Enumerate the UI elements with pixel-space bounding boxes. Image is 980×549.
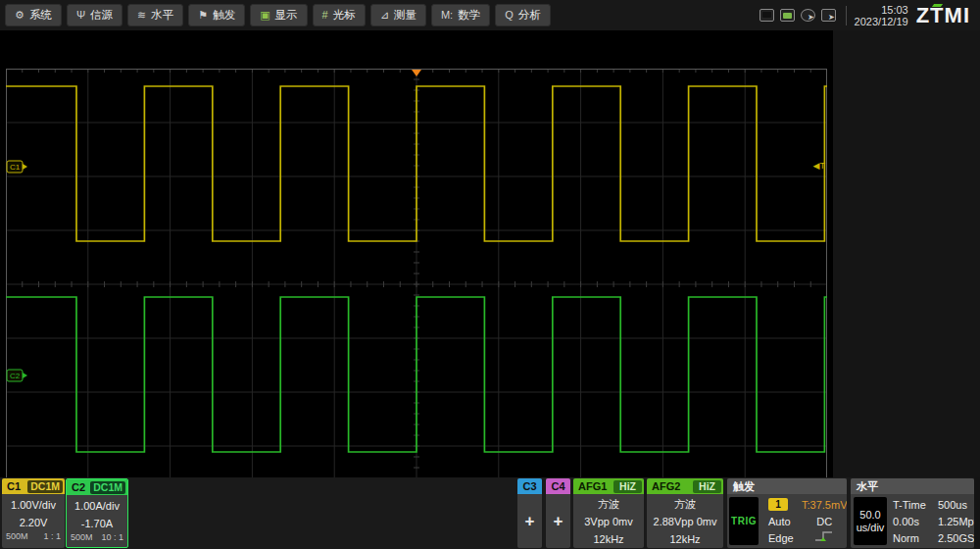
trigger-status-box: TRIG xyxy=(729,497,759,545)
sample-rate: 2.50GSa/s xyxy=(936,532,974,544)
channel2-scale: 1.00A/div xyxy=(67,497,127,515)
acquisition-mode[interactable]: Norm xyxy=(889,532,934,544)
c1-offset-marker[interactable]: C1 xyxy=(7,161,27,173)
trigger-position-marker[interactable] xyxy=(412,70,421,76)
channel2-probe: 10 : 1 xyxy=(101,532,123,542)
afg1-waveform-type: 方波 xyxy=(573,495,644,513)
channel1-header: C1 DC1M xyxy=(2,478,65,494)
c2-trace xyxy=(6,297,827,452)
channel2-values: 1.00A/div -1.70A xyxy=(67,495,127,532)
touch-icon[interactable]: ➤ xyxy=(821,9,836,22)
channel3-name: C3 xyxy=(522,480,536,492)
edge-rising-icon xyxy=(813,528,835,543)
source-icon: Ψ xyxy=(76,10,85,21)
afg1-header: AFG1 HiZ xyxy=(573,478,644,494)
marker-arrow-icon xyxy=(23,164,27,170)
horizontal-panel-title: 水平 xyxy=(851,478,974,494)
c2-offset-marker[interactable]: C2 xyxy=(7,370,27,381)
bottom-right-strip xyxy=(974,477,980,549)
afg2-name: AFG2 xyxy=(647,480,693,492)
trigger-status: TRIG xyxy=(731,516,757,526)
trigger-edge-cell[interactable] xyxy=(802,528,847,547)
trigger-button[interactable]: ⚑ 触发 xyxy=(188,4,245,26)
bottom-bar: C1 DC1M 1.00V/div 2.20V 500M 1 : 1 C2 DC… xyxy=(0,477,980,549)
trigger-type[interactable]: Edge xyxy=(760,532,800,544)
trigger-mode[interactable]: Auto xyxy=(760,516,800,527)
afg1-offset: 0mv xyxy=(612,516,633,527)
source-button[interactable]: Ψ 信源 xyxy=(67,4,122,26)
oscilloscope-app: ⚙ 系统 Ψ 信源 ≋ 水平 ⚑ 触发 ▣ 显示 # 光标 ⊿ 测量 M: 数学 xyxy=(0,0,980,549)
afg2-offset: 0mv xyxy=(697,516,717,527)
horizontal-scale-box[interactable]: 50.0 us/div xyxy=(854,497,887,545)
scope-display[interactable]: C1C2◀T xyxy=(6,69,827,500)
clock: 15:03 2023/12/19 xyxy=(855,4,908,27)
display-button[interactable]: ▣ 显示 xyxy=(250,4,307,26)
math-button[interactable]: M: 数学 xyxy=(431,4,490,26)
afg1-panel[interactable]: AFG1 HiZ 方波 3Vpp 0mv 12kHz xyxy=(573,478,644,548)
marker-arrow-icon xyxy=(23,373,27,378)
channel2-offset: -1.70A xyxy=(67,515,127,532)
horizontal-icon: ≋ xyxy=(137,10,146,21)
scope-region: C1C2◀T xyxy=(0,30,980,477)
math-icon: M: xyxy=(441,10,453,21)
cursor-button-label: 光标 xyxy=(333,8,356,23)
analyze-button-label: 分析 xyxy=(518,8,541,23)
trigger-level-marker[interactable]: ◀T xyxy=(813,161,826,171)
afg2-header: AFG2 HiZ xyxy=(647,478,723,494)
trigger-info: TRIG 1 T:37.5mV Auto DC Edge xyxy=(727,494,847,546)
cursor-button[interactable]: # 光标 xyxy=(313,4,366,26)
analyze-button[interactable]: Q 分析 xyxy=(495,4,551,26)
afg2-panel[interactable]: AFG2 HiZ 方波 2.88Vpp 0mv 12kHz xyxy=(647,478,723,548)
channel1-bandwidth: 500M xyxy=(6,531,28,541)
channel1-probe: 1 : 1 xyxy=(43,531,61,541)
channel4-panel[interactable]: C4 + xyxy=(546,478,570,548)
trigger-coupling[interactable]: DC xyxy=(802,516,847,527)
afg2-amplitude-offset: 2.88Vpp 0mv xyxy=(647,513,723,530)
channel4-add-button[interactable]: + xyxy=(546,494,570,548)
c1-trace xyxy=(6,86,827,241)
clock-date: 2023/12/19 xyxy=(855,16,908,27)
afg1-impedance-badge: HiZ xyxy=(613,480,642,493)
delay-value[interactable]: 0.00s xyxy=(889,516,934,527)
channel2-footer: 500M 10 : 1 xyxy=(67,532,127,542)
afg2-amplitude: 2.88Vpp xyxy=(654,516,694,527)
measure-button-label: 测量 xyxy=(394,8,416,23)
channel3-add-button[interactable]: + xyxy=(517,494,542,548)
channel1-name: C1 xyxy=(2,480,27,492)
screen-icon[interactable] xyxy=(760,9,774,22)
system-button[interactable]: ⚙ 系统 xyxy=(5,4,62,26)
channel4-name: C4 xyxy=(551,480,564,492)
system-button-label: 系统 xyxy=(29,8,52,23)
plus-icon: + xyxy=(554,512,564,531)
display-icon: ▣ xyxy=(260,10,270,21)
usb-storage-icon[interactable] xyxy=(780,9,795,22)
channel3-header: C3 xyxy=(517,478,542,494)
mouse-icon[interactable]: ➤ xyxy=(801,9,815,22)
channel2-bandwidth: 500M xyxy=(71,532,93,542)
horizontal-panel[interactable]: 水平 50.0 us/div T-Time 500us 0.00s 1.25Mp… xyxy=(851,478,974,548)
trigger-source-badge[interactable]: 1 xyxy=(768,498,788,511)
afg2-frequency: 12kHz xyxy=(647,530,723,548)
channel3-panel[interactable]: C3 + xyxy=(517,478,542,548)
channel1-panel[interactable]: C1 DC1M 1.00V/div 2.20V 500M 1 : 1 xyxy=(2,478,65,548)
channel1-scale: 1.00V/div xyxy=(2,496,65,514)
trigger-button-label: 触发 xyxy=(213,8,235,23)
trigger-flag-icon: ⚑ xyxy=(198,10,208,21)
horizontal-info: 50.0 us/div T-Time 500us 0.00s 1.25Mpts … xyxy=(851,494,974,546)
trigger-level-value[interactable]: T:37.5mV xyxy=(802,499,847,511)
horizontal-scale-unit: us/div xyxy=(857,522,885,534)
magnifier-icon: Q xyxy=(505,10,514,21)
afg2-values: 方波 2.88Vpp 0mv 12kHz xyxy=(647,494,723,548)
record-points: 1.25Mpts xyxy=(936,516,974,527)
measure-button[interactable]: ⊿ 测量 xyxy=(370,4,426,26)
channel2-header: C2 DC1M xyxy=(67,479,127,495)
trigger-panel[interactable]: 触发 TRIG 1 T:37.5mV Auto DC Edge xyxy=(727,478,847,548)
afg1-values: 方波 3Vpp 0mv 12kHz xyxy=(573,494,644,548)
horizontal-button[interactable]: ≋ 水平 xyxy=(127,4,183,26)
horizontal-scale-value: 50.0 xyxy=(859,509,880,522)
channel1-coupling-badge: DC1M xyxy=(27,480,63,493)
brand-logo-text: ZTMI xyxy=(916,3,970,27)
channel2-panel[interactable]: C2 DC1M 1.00A/div -1.70A 500M 10 : 1 xyxy=(66,478,128,548)
math-button-label: 数学 xyxy=(458,8,480,23)
afg1-amplitude: 3Vpp xyxy=(584,516,610,527)
